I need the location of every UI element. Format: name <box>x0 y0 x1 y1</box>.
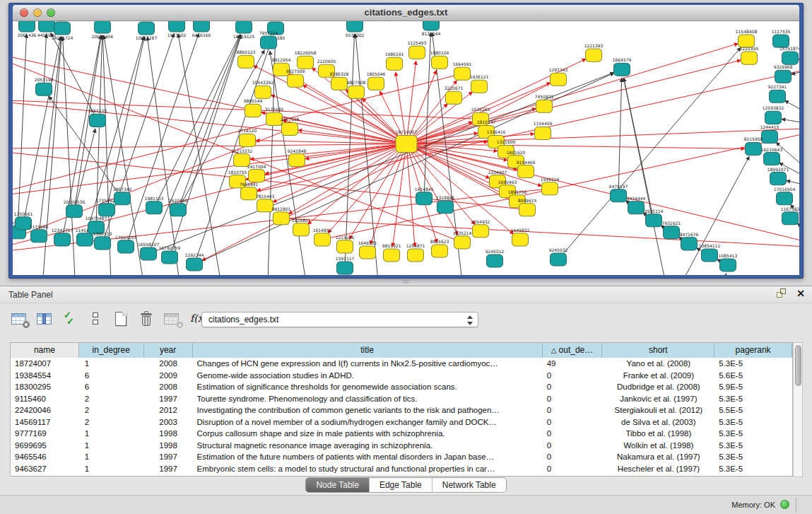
table-vertical-scrollbar[interactable] <box>793 342 803 477</box>
table-row[interactable]: 1830029562008Estimation of significance … <box>11 381 792 393</box>
table-cell-in_degree[interactable]: 1 <box>79 440 144 452</box>
table-cell-year[interactable]: 1997 <box>144 393 193 405</box>
graph-node[interactable]: 9827509 <box>286 69 305 87</box>
select-checks-icon[interactable]: ✓✓ <box>61 310 82 329</box>
row-list-icon[interactable] <box>86 310 107 329</box>
graph-edge[interactable] <box>154 35 240 208</box>
graph-edge[interactable] <box>39 37 61 236</box>
graph-node[interactable]: 10719125 <box>233 21 255 39</box>
graph-edge[interactable] <box>18 34 26 233</box>
graph-edge[interactable] <box>799 59 799 64</box>
column-header-title[interactable]: title <box>193 343 543 358</box>
graph-node[interactable]: 1318846 <box>436 195 455 214</box>
table-row[interactable]: 911546021997Tourette syndrome. Phenomeno… <box>11 393 792 405</box>
table-cell-pagerank[interactable]: 5.3E-5 <box>714 440 792 452</box>
graph-node[interactable]: 3220671 <box>445 86 464 104</box>
graph-node[interactable]: 1649521 <box>358 240 377 259</box>
graph-node[interactable]: 1914845 <box>415 187 434 205</box>
graph-node[interactable]: 10854112 <box>699 243 721 262</box>
trash-icon[interactable] <box>137 310 158 329</box>
graph-edge[interactable] <box>178 34 225 275</box>
graph-node[interactable]: 1221595 <box>740 46 759 64</box>
table-cell-name[interactable]: 9465546 <box>11 451 79 463</box>
table-row[interactable]: 1938455462009Genome-wide association stu… <box>11 370 792 382</box>
table-row[interactable]: 1456911722003Disruption of a novel membe… <box>11 416 792 428</box>
graph-node[interactable]: 1085413 <box>719 253 738 271</box>
table-cell-year[interactable]: 1997 <box>144 451 193 463</box>
graph-edge[interactable] <box>328 144 406 233</box>
graph-node[interactable]: 1154409 <box>534 121 553 139</box>
table-cell-short[interactable]: Hescheler et al. (1997) <box>603 463 715 475</box>
table-selector-dropdown[interactable]: citations_edges.txt <box>201 312 478 327</box>
graph-node[interactable]: 6479197 <box>609 184 628 202</box>
graph-node[interactable]: 9227341 <box>768 84 787 103</box>
graph-edge[interactable] <box>406 144 415 246</box>
graph-node[interactable]: 8915623 <box>430 239 449 257</box>
graph-edge[interactable] <box>623 78 670 275</box>
graph-edge[interactable] <box>23 37 61 223</box>
graph-node[interactable]: 1929801 <box>292 218 311 236</box>
graph-node[interactable]: 2053190 <box>35 77 54 95</box>
table-cell-name[interactable]: 9115460 <box>11 393 79 405</box>
table-cell-pagerank[interactable]: 5.6E-5 <box>714 370 792 382</box>
graph-node[interactable]: 9890144 <box>244 98 263 117</box>
table-cell-pagerank[interactable]: 5.3E-5 <box>714 451 792 463</box>
graph-node[interactable]: 1591117 <box>336 256 355 274</box>
graph-edge[interactable] <box>257 144 406 191</box>
table-cell-pagerank[interactable]: 5.3E-5 <box>714 463 792 475</box>
graph-node[interactable]: 1664591 <box>453 62 472 80</box>
table-cell-short[interactable]: Dudbridge et al. (2008) <box>603 381 715 393</box>
new-file-icon[interactable] <box>112 310 133 329</box>
column-visibility-icon[interactable] <box>35 310 57 329</box>
graph-node[interactable]: 12342757 <box>52 228 73 246</box>
table-cell-short[interactable]: de Silva et al. (2003) <box>603 416 715 428</box>
graph-node[interactable]: 8186328 <box>330 71 349 90</box>
table-cell-in_degree[interactable]: 1 <box>79 463 144 475</box>
graph-edge[interactable] <box>782 119 799 127</box>
graph-edge[interactable] <box>349 144 406 239</box>
graph-node[interactable]: 6466160 <box>192 21 211 37</box>
table-cell-short[interactable]: Yano et al. (2008) <box>603 358 715 370</box>
graph-node[interactable]: 11548408 <box>736 29 758 47</box>
float-panel-icon[interactable] <box>777 288 787 298</box>
graph-node[interactable]: 9815321 <box>382 243 401 262</box>
graph-node[interactable]: 20206536 <box>64 199 86 218</box>
table-cell-year[interactable]: 1998 <box>144 428 193 440</box>
graph-node[interactable]: 1235214 <box>453 230 472 249</box>
panel-resize-handle[interactable] <box>403 280 409 283</box>
graph-node[interactable]: 8131044 <box>422 21 441 36</box>
table-cell-year[interactable]: 2008 <box>144 381 193 393</box>
graph-edge[interactable] <box>719 274 726 275</box>
graph-edge[interactable] <box>406 127 799 144</box>
graph-node[interactable]: 9827508 <box>347 80 366 98</box>
graph-node[interactable]: 9245012 <box>486 249 505 267</box>
graph-node[interactable]: 7932621 <box>662 221 681 239</box>
table-cell-short[interactable]: Jankovic et al. (1997) <box>603 393 715 405</box>
table-cell-year[interactable]: 1997 <box>144 463 193 475</box>
graph-node[interactable]: 1244415 <box>760 124 779 143</box>
table-cell-name[interactable]: 9699695 <box>11 440 79 452</box>
graph-node[interactable]: 1805646 <box>367 71 386 90</box>
table-cell-name[interactable]: 14569117 <box>11 416 79 428</box>
table-cell-pagerank[interactable]: 5.3E-5 <box>714 416 792 428</box>
graph-node[interactable]: 2967608 <box>281 117 300 135</box>
graph-node[interactable]: 5572302 <box>346 21 365 37</box>
table-cell-name[interactable]: 18300295 <box>11 381 79 393</box>
table-cell-out_degree[interactable]: 0 <box>543 393 603 405</box>
table-cell-short[interactable]: Wolkin et al. (1998) <box>603 440 715 452</box>
table-cell-title[interactable]: Corpus callosum shape and size in male p… <box>193 428 543 440</box>
tab-edge-table[interactable]: Edge Table <box>369 478 432 492</box>
graph-edge[interactable] <box>406 144 500 187</box>
table-cell-in_degree[interactable]: 1 <box>79 428 144 440</box>
table-cell-in_degree[interactable]: 1 <box>79 451 144 463</box>
graph-node[interactable]: 1880104 <box>430 50 449 69</box>
graph-node[interactable]: 7957224 <box>259 30 278 49</box>
table-cell-name[interactable]: 9463627 <box>11 463 79 475</box>
table-cell-title[interactable]: Genome-wide association studies in ADHD. <box>193 370 543 382</box>
graph-node[interactable]: 17016504 <box>774 187 796 205</box>
graph-node[interactable]: 1221393 <box>584 43 604 62</box>
table-cell-pagerank[interactable]: 5.5E-5 <box>714 404 792 416</box>
table-cell-out_degree[interactable]: 0 <box>543 416 603 428</box>
graph-node[interactable]: 18226058 <box>295 50 317 69</box>
table-cell-title[interactable]: Disruption of a novel member of a sodium… <box>193 416 543 428</box>
